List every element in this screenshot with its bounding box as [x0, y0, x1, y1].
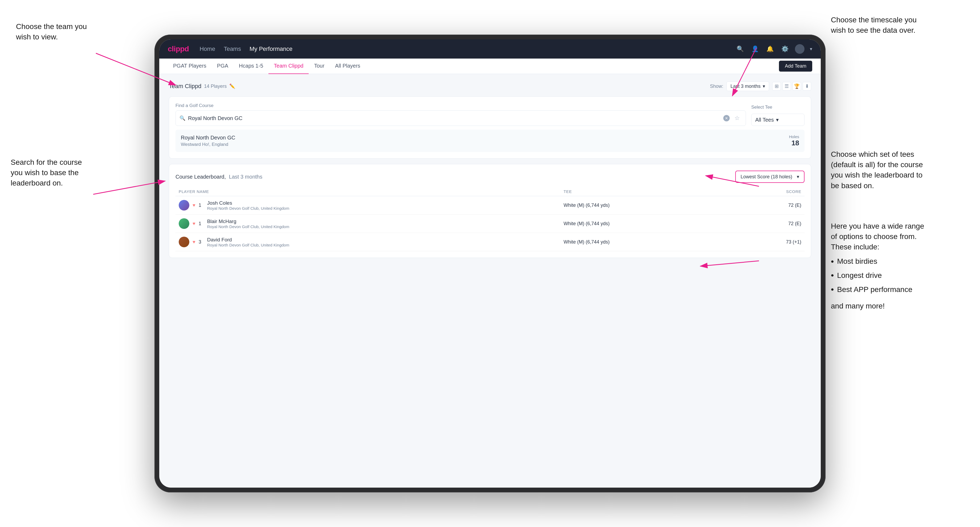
course-result: Royal North Devon GC Westward Ho!, Engla…	[175, 130, 805, 152]
search-icon-small: 🔍	[180, 115, 185, 121]
avatar-chevron: ▾	[810, 46, 812, 52]
show-value: Last 3 months	[730, 84, 760, 89]
subnav-all-players[interactable]: All Players	[330, 59, 365, 74]
subnav-pgat[interactable]: PGAT Players	[168, 59, 212, 74]
player-rank: 3	[199, 239, 204, 245]
player-rank: 1	[199, 203, 204, 208]
and-more-text: and many more!	[831, 301, 948, 311]
leaderboard-subtitle: Last 3 months	[229, 174, 262, 179]
player-name: David Ford	[207, 237, 289, 243]
player-cell: ♥ 1 Josh Coles Royal North Devon Golf Cl…	[175, 196, 560, 214]
course-search-card: Find a Golf Course 🔍 ✕ ☆ Select Tee All …	[169, 96, 811, 159]
users-icon[interactable]: 👤	[750, 44, 760, 54]
player-info: Josh Coles Royal North Devon Golf Club, …	[207, 200, 289, 211]
player-avatar	[179, 200, 189, 211]
nav-teams[interactable]: Teams	[224, 46, 241, 52]
trophy-icon[interactable]: 🏆	[792, 82, 801, 90]
score-dropdown[interactable]: Lowest Score (18 holes) ▾	[735, 171, 805, 183]
table-row: ♥ 1 Blair McHarg Royal North Devon Golf …	[175, 214, 805, 233]
player-name: Blair McHarg	[207, 219, 289, 224]
score-cell: 73 (+1)	[733, 233, 805, 251]
player-club: Royal North Devon Golf Club, United King…	[207, 224, 289, 229]
nav-home[interactable]: Home	[199, 46, 215, 52]
subnav-hcaps[interactable]: Hcaps 1-5	[234, 59, 269, 74]
tablet-frame: clippd Home Teams My Performance 🔍 👤 🔔 ⚙…	[154, 35, 826, 492]
tee-cell: White (M) (6,744 yds)	[560, 214, 733, 233]
leaderboard-title: Course Leaderboard, Last 3 months	[175, 174, 262, 180]
tee-cell: White (M) (6,744 yds)	[560, 196, 733, 214]
grid-view-icon[interactable]: ⊞	[772, 82, 781, 90]
tee-section: Select Tee All Tees ▾	[751, 105, 805, 126]
leaderboard-header: Course Leaderboard, Last 3 months Lowest…	[175, 171, 805, 183]
annotation-options: Here you have a wide rangeof options to …	[831, 221, 948, 311]
annotation-top-right: Choose the timescale youwish to see the …	[831, 14, 932, 35]
holes-badge: Holes 18	[789, 135, 799, 147]
settings-icon[interactable]: ⚙️	[780, 44, 790, 54]
show-controls: Show: Last 3 months ▾ ⊞ ☰ 🏆 ⬇	[710, 81, 811, 91]
subnav-tour[interactable]: Tour	[309, 59, 330, 74]
holes-count: 18	[789, 139, 799, 147]
subnav-team-clippd[interactable]: Team Clippd	[269, 59, 309, 74]
team-header: Team Clippd 14 Players ✏️ Show: Last 3 m…	[169, 81, 811, 91]
player-avatar	[179, 237, 189, 247]
player-name: Josh Coles	[207, 200, 289, 206]
avatar[interactable]	[795, 44, 805, 54]
show-label: Show:	[710, 84, 723, 89]
tee-value: All Tees	[755, 117, 774, 123]
table-row: ♥ 1 Josh Coles Royal North Devon Golf Cl…	[175, 196, 805, 214]
annotation-search: Search for the courseyou wish to base th…	[11, 157, 96, 189]
leaderboard-table: PLAYER NAME TEE SCORE ♥ 1 Josh Coles Roy	[175, 187, 805, 251]
add-team-button[interactable]: Add Team	[779, 61, 812, 71]
options-list: Most birdies Longest drive Best APP perf…	[831, 256, 948, 295]
player-info: David Ford Royal North Devon Golf Club, …	[207, 237, 289, 247]
favorite-heart[interactable]: ♥	[192, 203, 196, 208]
tee-chevron: ▾	[776, 117, 779, 123]
annotation-top-left: Choose the team youwish to view.	[16, 21, 91, 42]
course-name: Royal North Devon GC	[181, 135, 235, 141]
score-option: Lowest Score (18 holes)	[741, 174, 792, 179]
tee-cell: White (M) (6,744 yds)	[560, 233, 733, 251]
col-tee: TEE	[560, 187, 733, 196]
edit-icon[interactable]: ✏️	[229, 83, 235, 89]
score-cell: 72 (E)	[733, 196, 805, 214]
col-score: SCORE	[733, 187, 805, 196]
nav-links: Home Teams My Performance	[199, 46, 725, 52]
player-avatar	[179, 218, 189, 229]
team-title: Team Clippd 14 Players ✏️	[169, 83, 235, 90]
list-view-icon[interactable]: ☰	[783, 82, 791, 90]
annotation-tees: Choose which set of tees(default is all)…	[831, 149, 948, 191]
show-dropdown[interactable]: Last 3 months ▾	[727, 81, 769, 91]
search-icon[interactable]: 🔍	[735, 44, 745, 54]
download-icon[interactable]: ⬇	[803, 82, 811, 90]
subnav: PGAT Players PGA Hcaps 1-5 Team Clippd T…	[159, 59, 821, 74]
team-name-label: Team Clippd	[169, 83, 201, 90]
score-cell: 72 (E)	[733, 214, 805, 233]
nav-my-performance[interactable]: My Performance	[250, 46, 293, 52]
course-search-input[interactable]	[188, 115, 721, 121]
clear-search-button[interactable]: ✕	[723, 115, 730, 121]
subnav-pga[interactable]: PGA	[212, 59, 234, 74]
player-info: Blair McHarg Royal North Devon Golf Club…	[207, 219, 289, 229]
search-input-wrap[interactable]: 🔍 ✕ ☆	[175, 110, 746, 126]
col-player: PLAYER NAME	[175, 187, 560, 196]
favorite-heart[interactable]: ♥	[192, 239, 196, 245]
bell-icon[interactable]: 🔔	[765, 44, 775, 54]
tee-dropdown[interactable]: All Tees ▾	[751, 114, 805, 126]
player-club: Royal North Devon Golf Club, United King…	[207, 206, 289, 211]
player-cell: ♥ 1 Blair McHarg Royal North Devon Golf …	[175, 214, 560, 233]
course-location: Westward Ho!, England	[181, 142, 235, 147]
tablet-screen: clippd Home Teams My Performance 🔍 👤 🔔 ⚙…	[159, 40, 821, 487]
player-count: 14 Players	[204, 84, 227, 89]
table-row: ♥ 3 David Ford Royal North Devon Golf Cl…	[175, 233, 805, 251]
nav-icons: 🔍 👤 🔔 ⚙️ ▾	[735, 44, 812, 54]
score-chevron: ▾	[797, 174, 799, 179]
app-logo: clippd	[168, 45, 189, 53]
holes-label: Holes	[789, 135, 799, 139]
favorite-heart[interactable]: ♥	[192, 221, 196, 227]
bullet-app: Best APP performance	[831, 284, 948, 295]
player-club: Royal North Devon Golf Club, United King…	[207, 243, 289, 247]
player-rank: 1	[199, 221, 204, 227]
favorite-icon[interactable]: ☆	[732, 113, 742, 123]
main-content: Team Clippd 14 Players ✏️ Show: Last 3 m…	[159, 74, 821, 487]
bullet-drive: Longest drive	[831, 269, 948, 281]
